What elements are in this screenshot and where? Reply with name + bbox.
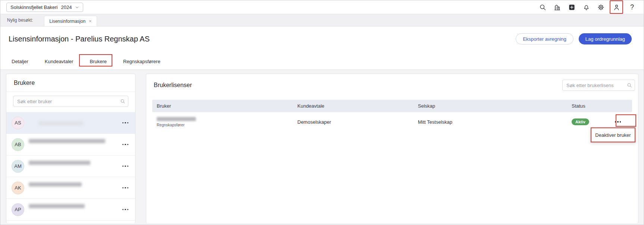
page-title: Lisensinformasjon - Parelius Regnskap AS — [9, 35, 150, 43]
recent-tab-label: Lisensinformasjon — [49, 19, 85, 24]
row-menu-icon[interactable] — [121, 164, 130, 169]
users-panel: Brukere AS AB AM AK — [6, 74, 135, 223]
export-settlement-button[interactable]: Eksporter avregning — [516, 33, 573, 44]
recently-visited-bar: Nylig besøkt: Lisensinformasjon × — [0, 14, 644, 27]
row-context-menu: Deaktiver bruker — [591, 127, 635, 142]
cell-kundeavtale: Demoselskaper — [293, 119, 413, 125]
tab-kundeavtaler[interactable]: Kundeavtaler — [45, 59, 74, 64]
tab-detaljer[interactable]: Detaljer — [12, 59, 28, 64]
company-building-icon[interactable] — [551, 1, 563, 13]
page-tabs: Detaljer Kundeavtaler Brukere Regnskapsf… — [12, 59, 160, 64]
toolbar-icons: ? — [537, 0, 638, 14]
user-profile-icon[interactable] — [611, 1, 622, 13]
redacted-user-name — [29, 161, 116, 172]
header-actions: Eksporter avregning Lag ordregrunnlag — [516, 33, 632, 44]
row-menu-icon[interactable] — [121, 207, 130, 212]
chevron-down-icon — [75, 5, 79, 9]
settings-gear-icon[interactable] — [595, 1, 606, 13]
license-search-input[interactable] — [562, 80, 635, 91]
company-year: 2024 — [61, 4, 72, 10]
add-new-icon[interactable] — [566, 1, 577, 13]
column-header-kundeavtale: Kundeavtale — [293, 103, 413, 109]
tab-brukere[interactable]: Brukere — [90, 59, 107, 64]
licenses-table-header: Bruker Kundeavtale Selskap Status — [152, 100, 632, 112]
row-menu-icon[interactable] — [121, 121, 130, 125]
recent-tab-lisensinformasjon[interactable]: Lisensinformasjon × — [44, 16, 97, 26]
notifications-bell-icon[interactable] — [581, 1, 592, 13]
tab-regnskapsforere[interactable]: Regnskapsførere — [123, 59, 160, 64]
column-header-status: Status — [567, 103, 632, 109]
user-list-item[interactable]: AM — [6, 155, 135, 177]
avatar: AP — [12, 203, 24, 216]
user-list: AS AB AM AK AP — [6, 112, 135, 221]
search-icon — [627, 83, 632, 88]
license-search — [562, 80, 635, 91]
licenses-panel-header: Brukerlisenser — [146, 74, 638, 97]
row-menu-icon[interactable] — [121, 186, 130, 190]
top-bar: Solskinnsfjellet Bakeri 2024 — [0, 0, 644, 14]
help-icon[interactable]: ? — [626, 1, 638, 13]
users-panel-header: Brukere — [6, 74, 135, 92]
status-badge: Aktiv — [572, 118, 589, 125]
redacted-user-name — [29, 204, 116, 215]
recently-visited-label: Nylig besøkt: — [7, 18, 33, 23]
company-name: Solskinnsfjellet Bakeri — [10, 4, 57, 10]
avatar: AK — [12, 182, 24, 194]
user-search — [13, 96, 128, 107]
table-row: Regnskapsfører Demoselskaper Mitt Testse… — [152, 112, 632, 132]
redacted-user-name — [157, 117, 196, 121]
cell-selskap: Mitt Testselskap — [413, 119, 567, 125]
row-menu-icon[interactable] — [121, 142, 130, 147]
avatar: AS — [12, 117, 24, 129]
licenses-table: Bruker Kundeavtale Selskap Status Regnsk… — [152, 100, 632, 132]
avatar: AB — [12, 138, 24, 151]
redacted-user-name — [29, 121, 116, 125]
row-menu-icon[interactable] — [613, 120, 623, 124]
close-icon[interactable]: × — [89, 18, 92, 24]
user-licenses-panel: Brukerlisenser Bruker Kundeavtale Selska… — [146, 74, 638, 223]
company-selector[interactable]: Solskinnsfjellet Bakeri 2024 — [6, 3, 83, 12]
avatar: AM — [12, 160, 24, 173]
users-panel-title: Brukere — [14, 80, 35, 86]
search-icon[interactable] — [537, 1, 548, 13]
create-order-basis-button[interactable]: Lag ordregrunnlag — [579, 33, 632, 44]
user-list-item[interactable]: AP — [6, 199, 135, 221]
app-window: Solskinnsfjellet Bakeri 2024 — [0, 0, 644, 225]
user-list-item[interactable]: AK — [6, 177, 135, 199]
column-header-selskap: Selskap — [413, 103, 567, 109]
cell-user: Regnskapsfører — [152, 117, 293, 127]
user-list-item[interactable]: AS — [6, 112, 135, 134]
licenses-panel-title: Brukerlisenser — [154, 82, 192, 89]
deactivate-user-menu-item[interactable]: Deaktiver bruker — [591, 128, 635, 142]
column-header-bruker: Bruker — [152, 103, 293, 109]
redacted-user-name — [29, 182, 116, 193]
redacted-user-name — [29, 139, 116, 150]
user-list-item[interactable]: AB — [6, 134, 135, 155]
user-search-input[interactable] — [13, 96, 128, 107]
page-header: Lisensinformasjon - Parelius Regnskap AS… — [0, 27, 644, 70]
search-icon — [120, 99, 125, 104]
user-role-label: Regnskapsfører — [157, 123, 293, 127]
profile-annotation-box — [610, 0, 623, 14]
